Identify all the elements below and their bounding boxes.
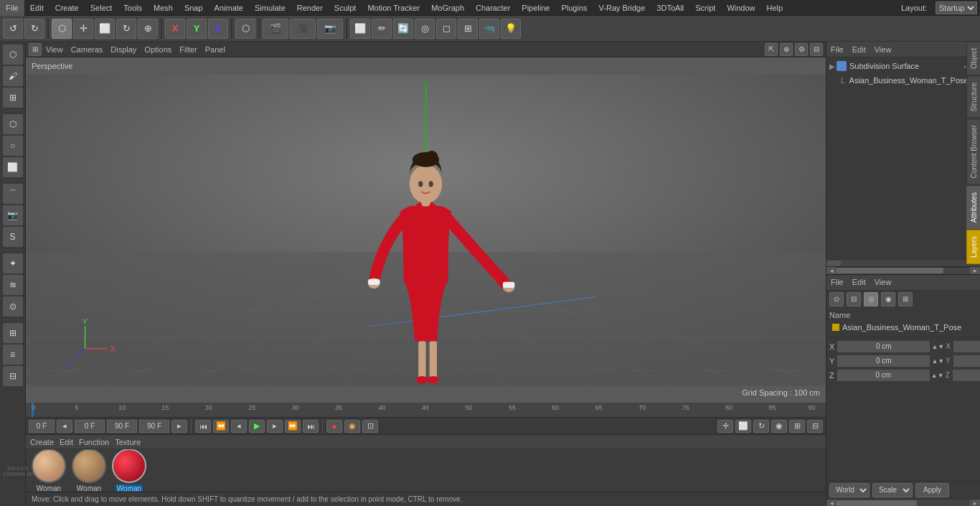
- tab-structure[interactable]: Structure: [966, 76, 980, 118]
- mat-texture[interactable]: Texture: [115, 438, 141, 446]
- view-draw-button[interactable]: ✏: [372, 19, 392, 39]
- lt-cube[interactable]: ⬜: [3, 157, 23, 177]
- hscroll2-thumb[interactable]: [837, 500, 917, 506]
- menu-script[interactable]: Script: [689, 0, 721, 16]
- view-floor-button[interactable]: ⊞: [458, 19, 478, 39]
- lt-floor3[interactable]: ⊟: [3, 366, 23, 386]
- play-button[interactable]: ▶: [249, 420, 265, 433]
- render-active-view-button[interactable]: 🎬: [263, 19, 288, 39]
- hscroll-right[interactable]: ▸: [970, 267, 980, 274]
- obj-edit[interactable]: Edit: [848, 42, 870, 57]
- scale-tool-button[interactable]: ⬜: [95, 19, 115, 39]
- current-frame-input[interactable]: [75, 420, 105, 433]
- hscroll2-track[interactable]: [837, 500, 970, 506]
- record-button[interactable]: ●: [326, 420, 342, 433]
- coord-scale-dropdown[interactable]: Scale: [872, 483, 913, 497]
- coord-x-val2[interactable]: [953, 341, 980, 352]
- axis-z-button[interactable]: Z: [208, 19, 228, 39]
- vp-icon-options[interactable]: ⚙: [795, 43, 808, 56]
- vp-icon-1[interactable]: ⊞: [29, 43, 42, 56]
- attr-edit[interactable]: Edit: [848, 274, 870, 290]
- mat-create[interactable]: Create: [30, 438, 54, 446]
- lt-select[interactable]: ⬡: [3, 44, 23, 65]
- view-snap-button[interactable]: ◻: [436, 19, 456, 39]
- play-backward-button[interactable]: ◂: [231, 420, 247, 433]
- frame-start-input[interactable]: [29, 420, 55, 433]
- obj-scrollbar[interactable]: [826, 259, 980, 266]
- key-mode-button[interactable]: ⬜: [735, 420, 751, 433]
- vp-icon-center[interactable]: ⊕: [780, 43, 793, 56]
- menu-help[interactable]: Help: [761, 0, 789, 16]
- coord-y-val2[interactable]: [953, 355, 980, 367]
- go-to-start-button[interactable]: ⏮: [195, 420, 211, 433]
- lt-paint[interactable]: 🖌: [3, 66, 23, 86]
- lt-fx[interactable]: ✦: [3, 253, 23, 273]
- redo-button[interactable]: ↻: [24, 19, 44, 39]
- name-item[interactable]: Asian_Business_Woman_T_Pose: [829, 321, 977, 334]
- hscroll-thumb[interactable]: [837, 268, 943, 273]
- menu-plugins[interactable]: Plugins: [555, 0, 593, 16]
- frame-end-input[interactable]: [107, 420, 137, 433]
- attr-file[interactable]: File: [826, 274, 848, 290]
- view-light-button[interactable]: 💡: [501, 19, 521, 39]
- menu-motiontracker[interactable]: Motion Tracker: [362, 0, 425, 16]
- undo-button[interactable]: ↺: [3, 19, 23, 39]
- menu-file[interactable]: File: [0, 0, 24, 16]
- menu-mograph[interactable]: MoGraph: [425, 0, 470, 16]
- lt-curve[interactable]: ⌒: [3, 184, 23, 204]
- axis-x-button[interactable]: X: [165, 19, 185, 39]
- menu-window[interactable]: Window: [721, 0, 760, 16]
- lt-cloth[interactable]: ≋: [3, 275, 23, 295]
- timeline-ruler[interactable]: 0 5 10 15 20 25 30 35 40 45 50 55 60 65 …: [26, 403, 826, 417]
- menu-simulate[interactable]: Simulate: [249, 0, 291, 16]
- material-item-0[interactable]: Woman: [32, 449, 66, 492]
- lt-s-icon[interactable]: S: [3, 227, 23, 247]
- key-button[interactable]: ⊡: [362, 420, 378, 433]
- fcurve-button[interactable]: ↻: [753, 420, 769, 433]
- vp-options[interactable]: Options: [141, 44, 175, 55]
- menu-character[interactable]: Character: [470, 0, 516, 16]
- menu-mesh[interactable]: Mesh: [148, 0, 179, 16]
- menu-pipeline[interactable]: Pipeline: [516, 0, 555, 16]
- tab-attributes[interactable]: Attributes: [966, 186, 980, 229]
- motion-mode-button[interactable]: ✛: [717, 420, 733, 433]
- coord-z-pos[interactable]: [837, 370, 930, 381]
- obj-item-1[interactable]: L Asian_Business_Woman_T_Pose ✓✓: [838, 73, 980, 88]
- vp-display[interactable]: Display: [107, 44, 140, 55]
- attr-tab-3[interactable]: ◎: [864, 292, 878, 306]
- vp-icon-expand[interactable]: ⇱: [765, 43, 778, 56]
- grid-button[interactable]: ⊞: [789, 420, 805, 433]
- 3d-viewport[interactable]: Perspective: [26, 57, 826, 403]
- view-magnet-button[interactable]: ◎: [415, 19, 435, 39]
- coord-world-dropdown[interactable]: World: [829, 483, 870, 497]
- coord-z-arrow[interactable]: ▲▼: [933, 370, 943, 380]
- menu-select[interactable]: Select: [85, 0, 118, 16]
- mat-function[interactable]: Function: [79, 438, 109, 446]
- play-forward-button[interactable]: ▸: [267, 420, 283, 433]
- menu-create[interactable]: Create: [50, 0, 85, 16]
- obj-item-0[interactable]: ▶ Subdivision Surface ✓✓: [826, 59, 980, 73]
- frame-end-input2[interactable]: [139, 420, 169, 433]
- vp-panel[interactable]: Panel: [202, 44, 229, 55]
- axis-y-button[interactable]: Y: [187, 19, 207, 39]
- timeline-button[interactable]: ◉: [771, 420, 787, 433]
- menu-vray[interactable]: V-Ray Bridge: [593, 0, 651, 16]
- lt-floor[interactable]: ⊞: [3, 323, 23, 343]
- render-view-button[interactable]: 🎥: [290, 19, 316, 39]
- frame-step-right[interactable]: ▸: [171, 420, 187, 433]
- hscroll2-right[interactable]: ▸: [970, 500, 980, 507]
- obj-view[interactable]: View: [870, 42, 896, 57]
- attr-tab-4[interactable]: ◉: [881, 292, 895, 306]
- view-loop-button[interactable]: 🔄: [393, 19, 413, 39]
- material-item-2[interactable]: Woman: [112, 449, 146, 492]
- attr-tab-1[interactable]: ⊙: [829, 292, 844, 306]
- coord-z-val2[interactable]: [953, 370, 980, 381]
- lt-camera[interactable]: 📷: [3, 205, 23, 225]
- vp-icon-split[interactable]: ⊟: [810, 43, 823, 56]
- vp-view[interactable]: View: [42, 44, 67, 55]
- attr-tab-2[interactable]: ⊟: [847, 292, 861, 306]
- horizontal-scrollbar-bottom[interactable]: ◂ ▸: [826, 499, 980, 506]
- hscroll-left[interactable]: ◂: [826, 267, 837, 274]
- go-to-end-button[interactable]: ⏭: [303, 420, 319, 433]
- hscroll2-left[interactable]: ◂: [826, 500, 837, 507]
